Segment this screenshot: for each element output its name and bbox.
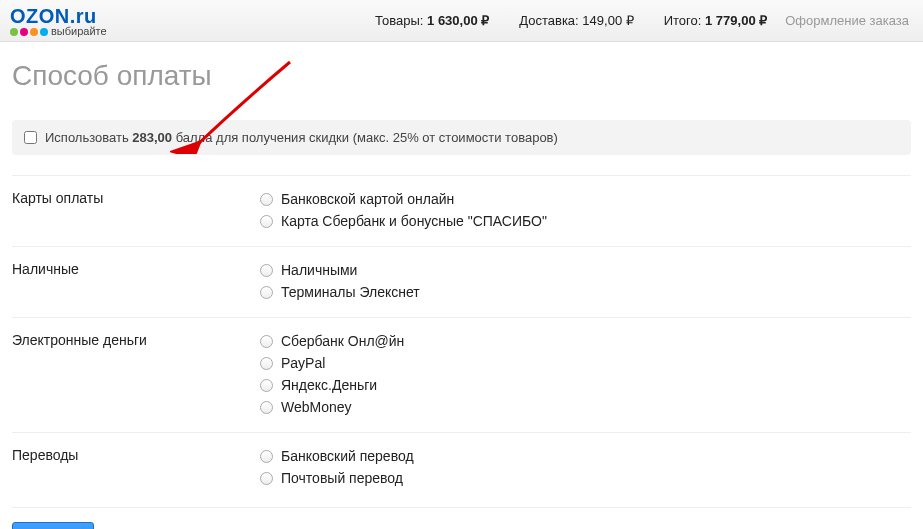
- site-logo[interactable]: OZON.ru выбирайте: [0, 4, 117, 37]
- submit-row: Выбрать: [12, 507, 911, 529]
- payment-group-label: Наличные: [12, 259, 260, 303]
- radio-icon[interactable]: [260, 264, 273, 277]
- radio-icon[interactable]: [260, 450, 273, 463]
- payment-group-label: Карты оплаты: [12, 188, 260, 232]
- radio-icon[interactable]: [260, 193, 273, 206]
- header-bar: OZON.ru выбирайте Товары: 1 630,00 ₽ Дос…: [0, 0, 923, 42]
- logo-tagline: выбирайте: [51, 25, 107, 37]
- page-title: Способ оплаты: [12, 60, 911, 92]
- payment-option[interactable]: PayPal: [260, 352, 911, 374]
- promo-label[interactable]: Использовать 283,00 балла для получения …: [45, 130, 558, 145]
- summary-goods: Товары: 1 630,00 ₽: [375, 13, 489, 28]
- radio-icon[interactable]: [260, 286, 273, 299]
- payment-group: ПереводыБанковский переводПочтовый перев…: [12, 432, 911, 503]
- payment-option[interactable]: WebMoney: [260, 396, 911, 418]
- payment-group-label: Переводы: [12, 445, 260, 489]
- payment-option-label: Наличными: [281, 262, 357, 278]
- payment-option-label: PayPal: [281, 355, 325, 371]
- logo-subline: выбирайте: [10, 25, 107, 37]
- payment-option[interactable]: Карта Сбербанк и бонусные "СПАСИБО": [260, 210, 911, 232]
- payment-option-label: Яндекс.Деньги: [281, 377, 377, 393]
- summary-total: Итого: 1 779,00 ₽: [664, 13, 768, 28]
- summary-goods-value: 1 630,00 ₽: [427, 13, 489, 28]
- payment-option[interactable]: Банковской картой онлайн: [260, 188, 911, 210]
- summary-total-label: Итого:: [664, 13, 702, 28]
- payment-group: Карты оплатыБанковской картой онлайнКарт…: [12, 175, 911, 246]
- payment-option-label: Карта Сбербанк и бонусные "СПАСИБО": [281, 213, 547, 229]
- payment-option-label: Банковский перевод: [281, 448, 414, 464]
- radio-icon[interactable]: [260, 215, 273, 228]
- payment-option[interactable]: Банковский перевод: [260, 445, 911, 467]
- logo-dots-icon: [10, 27, 48, 36]
- payment-options: НаличнымиТерминалы Элекснет: [260, 259, 911, 303]
- content-area: Способ оплаты Использовать 283,00 балла …: [0, 42, 923, 529]
- payment-option-label: Сбербанк Онл@йн: [281, 333, 404, 349]
- summary-goods-label: Товары:: [375, 13, 423, 28]
- payment-options: Банковской картой онлайнКарта Сбербанк и…: [260, 188, 911, 232]
- promo-checkbox[interactable]: [24, 131, 37, 144]
- payment-options: Сбербанк Онл@йнPayPalЯндекс.ДеньгиWebMon…: [260, 330, 911, 418]
- logo-text: OZON.ru: [10, 7, 97, 25]
- payment-options: Банковский переводПочтовый перевод: [260, 445, 911, 489]
- payment-group: НаличныеНаличнымиТерминалы Элекснет: [12, 246, 911, 317]
- payment-option[interactable]: Яндекс.Деньги: [260, 374, 911, 396]
- payment-group: Электронные деньгиСбербанк Онл@йнPayPalЯ…: [12, 317, 911, 432]
- payment-option-label: WebMoney: [281, 399, 352, 415]
- radio-icon[interactable]: [260, 472, 273, 485]
- summary-delivery-label: Доставка:: [519, 13, 578, 28]
- payment-group-label: Электронные деньги: [12, 330, 260, 418]
- breadcrumb: Оформление заказа: [785, 13, 909, 28]
- promo-points-box: Использовать 283,00 балла для получения …: [12, 120, 911, 155]
- radio-icon[interactable]: [260, 379, 273, 392]
- radio-icon[interactable]: [260, 357, 273, 370]
- payment-option-label: Почтовый перевод: [281, 470, 403, 486]
- payment-option[interactable]: Терминалы Элекснет: [260, 281, 911, 303]
- payment-option-label: Банковской картой онлайн: [281, 191, 454, 207]
- payment-option[interactable]: Сбербанк Онл@йн: [260, 330, 911, 352]
- payment-option[interactable]: Почтовый перевод: [260, 467, 911, 489]
- summary-total-value: 1 779,00 ₽: [705, 13, 767, 28]
- payment-option[interactable]: Наличными: [260, 259, 911, 281]
- payment-option-label: Терминалы Элекснет: [281, 284, 420, 300]
- summary-delivery-value: 149,00 ₽: [582, 13, 633, 28]
- summary-delivery: Доставка: 149,00 ₽: [519, 13, 633, 28]
- radio-icon[interactable]: [260, 335, 273, 348]
- radio-icon[interactable]: [260, 401, 273, 414]
- submit-button[interactable]: Выбрать: [12, 522, 94, 529]
